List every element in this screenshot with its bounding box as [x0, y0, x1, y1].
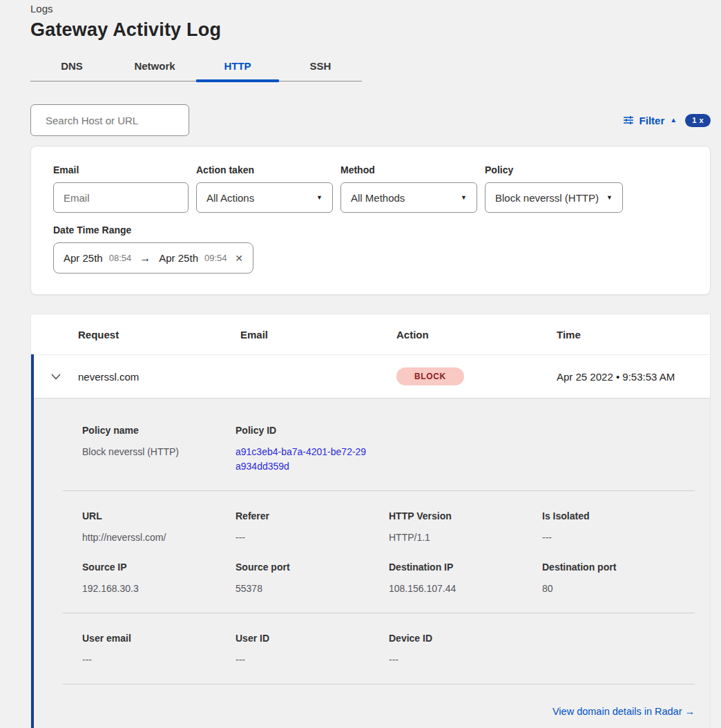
row-time: Apr 25 2022 • 9:53:53 AM: [557, 371, 710, 383]
detail-field-source-ip: Source IP 192.168.30.3: [82, 562, 235, 596]
chevron-down-icon: ▼: [461, 194, 467, 201]
filter-count-badge[interactable]: 1 x: [685, 114, 711, 127]
tab-ssh[interactable]: SSH: [279, 52, 362, 81]
block-status-badge: BLOCK: [396, 367, 464, 385]
section-divider: [63, 490, 695, 491]
policy-section: Policy name Block neverssl (HTTP) Policy…: [82, 425, 695, 474]
end-time: 09:54: [204, 253, 227, 263]
detail-field-user-email: User email ---: [82, 633, 235, 667]
filter-icon: [623, 115, 634, 125]
filter-field-method: Method All Methods ▼: [340, 164, 477, 213]
clear-date-range-icon[interactable]: ✕: [235, 253, 243, 264]
detail-field-source-port: Source port 55378: [235, 562, 389, 596]
row-detail-panel: Policy name Block neverssl (HTTP) Policy…: [34, 398, 710, 728]
action-taken-select[interactable]: All Actions ▼: [196, 182, 333, 213]
column-header-action: Action: [396, 329, 557, 341]
toolbar: Filter ▲ 1 x: [30, 104, 711, 136]
radar-link-row: View domain details in Radar →: [82, 705, 695, 718]
detail-field-policy-id: Policy ID a91c3eb4-ba7a-4201-be72-29a934…: [235, 425, 389, 474]
filter-field-action-taken: Action taken All Actions ▼: [196, 164, 333, 213]
filter-label: Filter: [640, 115, 665, 126]
filter-field-email: Email: [53, 164, 189, 213]
column-header-time: Time: [557, 329, 710, 341]
tab-dns[interactable]: DNS: [30, 52, 113, 81]
table-header-row: Request Email Action Time: [31, 314, 710, 354]
arrow-right-icon: →: [685, 706, 695, 717]
method-label: Method: [340, 164, 477, 175]
filter-button[interactable]: Filter ▲ 1 x: [623, 114, 711, 127]
method-value: All Methods: [351, 192, 405, 204]
policy-select[interactable]: Block neverssl (HTTP) ▼: [485, 182, 623, 213]
policy-value: Block neverssl (HTTP): [495, 192, 599, 204]
detail-field-is-isolated: Is Isolated ---: [542, 510, 695, 545]
policy-id-link[interactable]: a91c3eb4-ba7a-4201-be72-29a934dd359d: [235, 445, 368, 474]
filter-panel: Email Action taken All Actions ▼ Method …: [30, 146, 711, 295]
expanded-row-container: neverssl.com BLOCK Apr 25 2022 • 9:53:53…: [31, 354, 710, 728]
chevron-down-icon[interactable]: [51, 374, 61, 380]
start-time: 08:54: [109, 253, 132, 263]
detail-field-destination-ip: Destination IP 108.156.107.44: [389, 562, 542, 596]
date-range-label: Date Time Range: [53, 224, 688, 236]
table-row[interactable]: neverssl.com BLOCK Apr 25 2022 • 9:53:53…: [34, 354, 710, 398]
action-taken-label: Action taken: [196, 164, 333, 175]
section-divider: [63, 613, 695, 613]
tab-http[interactable]: HTTP: [196, 52, 279, 81]
arrow-right-icon: →: [137, 252, 153, 265]
chevron-down-icon: ▼: [606, 194, 613, 201]
filter-field-date-range: Date Time Range Apr 25th 08:54 → Apr 25t…: [53, 213, 688, 274]
detail-field-device-id: Device ID ---: [389, 633, 542, 667]
policy-label: Policy: [485, 164, 623, 175]
gateway-activity-log-page: Logs Gateway Activity Log DNS Network HT…: [0, 0, 721, 728]
log-type-tabs: DNS Network HTTP SSH: [30, 52, 362, 82]
detail-field-policy-name: Policy name Block neverssl (HTTP): [82, 425, 235, 474]
network-section: Source IP 192.168.30.3 Source port 55378…: [82, 562, 695, 596]
detail-field-referer: Referer ---: [235, 510, 389, 545]
request-section: URL http://neverssl.com/ Referer --- HTT…: [82, 510, 695, 545]
email-filter-input[interactable]: [53, 182, 189, 213]
detail-field-destination-port: Destination port 80: [542, 562, 695, 596]
column-header-email: Email: [240, 329, 396, 341]
start-date: Apr 25th: [64, 252, 103, 264]
method-select[interactable]: All Methods ▼: [340, 182, 477, 213]
section-divider: [63, 684, 695, 684]
date-range-picker[interactable]: Apr 25th 08:54 → Apr 25th 09:54 ✕: [53, 242, 253, 274]
page-title: Gateway Activity Log: [30, 19, 721, 41]
detail-field-user-id: User ID ---: [235, 633, 389, 667]
filter-field-policy: Policy Block neverssl (HTTP) ▼: [485, 164, 623, 213]
email-filter-label: Email: [53, 164, 189, 175]
column-header-request: Request: [78, 329, 240, 341]
end-date: Apr 25th: [159, 252, 198, 264]
collapse-caret-icon: ▲: [670, 117, 677, 124]
radar-link[interactable]: View domain details in Radar →: [552, 706, 695, 717]
row-request: neverssl.com: [78, 371, 240, 383]
detail-field-http-version: HTTP Version HTTP/1.1: [389, 510, 542, 545]
search-box[interactable]: [30, 104, 189, 136]
user-section: User email --- User ID --- Device ID ---: [82, 633, 695, 667]
chevron-down-icon: ▼: [316, 194, 323, 201]
detail-field-url: URL http://neverssl.com/: [82, 510, 235, 545]
action-taken-value: All Actions: [206, 192, 254, 204]
tab-network[interactable]: Network: [113, 52, 196, 81]
activity-log-table: Request Email Action Time neverssl.com B…: [30, 314, 711, 728]
breadcrumb: Logs: [30, 3, 721, 15]
search-input[interactable]: [46, 115, 183, 126]
